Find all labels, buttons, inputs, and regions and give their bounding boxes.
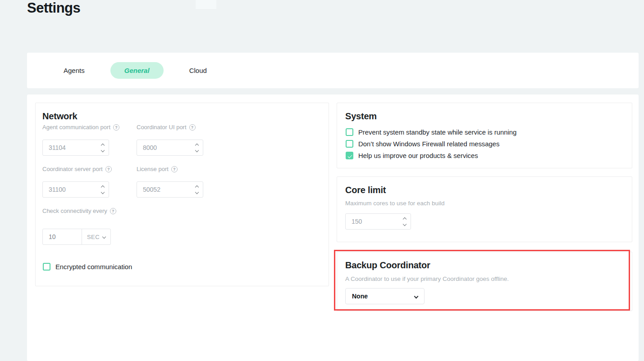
core-limit-title: Core limit [345, 185, 386, 195]
settings-content: Network Agent communication port ? Coord… [27, 95, 639, 361]
tab-cloud[interactable]: Cloud [179, 62, 217, 79]
page-title: Settings [27, 0, 80, 16]
backup-coordinator-selected-value: None [352, 293, 368, 300]
chevron-down-icon [102, 235, 106, 239]
spinner-up-icon[interactable] [101, 143, 105, 147]
spinner-up-icon[interactable] [101, 185, 105, 189]
agent-communication-port-input[interactable] [43, 144, 88, 151]
spinner-down-icon[interactable] [101, 190, 105, 194]
backup-coordinator-subtitle: A Coordinator to use if your primary Coo… [345, 275, 509, 282]
time-unit-value: SEC [87, 234, 100, 240]
firewall-messages-row: Don’t show Windows Firewall related mess… [346, 140, 499, 148]
field-label-text: Coordinator server port [42, 166, 103, 172]
core-limit-card: Core limit Maximum cores to use for each… [337, 176, 632, 242]
help-icon[interactable]: ? [110, 208, 116, 214]
time-unit-select[interactable]: SEC [82, 229, 110, 244]
agent-communication-port-label: Agent communication port ? [42, 124, 119, 131]
number-spinner [196, 144, 198, 152]
chevron-down-icon [414, 294, 419, 298]
encrypted-communication-label: Encrypted communication [55, 263, 132, 271]
firewall-messages-checkbox[interactable] [346, 140, 353, 148]
field-label-text: License port [137, 166, 169, 172]
backup-coordinator-card: Backup Coordinator A Coordinator to use … [337, 252, 632, 311]
check-connectivity-input[interactable] [43, 233, 81, 240]
help-icon[interactable]: ? [189, 124, 196, 131]
encrypted-communication-checkbox[interactable] [43, 263, 50, 271]
field-label-text: Check connectivity every [42, 208, 107, 214]
field-label-text: Coordinator UI port [137, 124, 187, 131]
network-title: Network [42, 111, 78, 122]
coordinator-ui-port-input-box [137, 140, 203, 156]
check-connectivity-input-box: SEC [42, 229, 111, 245]
coordinator-server-port-input[interactable] [43, 186, 88, 193]
help-icon[interactable]: ? [113, 124, 119, 131]
number-spinner [101, 186, 104, 194]
license-port-input[interactable] [137, 186, 182, 193]
license-port-label: License port ? [137, 166, 178, 172]
number-spinner [101, 144, 104, 152]
tab-agents[interactable]: Agents [53, 62, 95, 79]
coordinator-ui-port-label: Coordinator UI port ? [137, 124, 196, 131]
coordinator-ui-port-input[interactable] [137, 144, 182, 151]
firewall-messages-label: Don’t show Windows Firewall related mess… [358, 140, 499, 148]
field-label-text: Agent communication port [42, 124, 110, 131]
spinner-down-icon[interactable] [403, 222, 406, 226]
backup-coordinator-select[interactable]: None [345, 288, 425, 304]
improve-products-checkbox[interactable] [346, 152, 353, 159]
spinner-up-icon[interactable] [403, 217, 406, 221]
core-limit-input[interactable] [346, 218, 391, 225]
prevent-standby-checkbox[interactable] [346, 128, 353, 136]
network-card: Network Agent communication port ? Coord… [35, 103, 329, 286]
system-card: System Prevent system standby state whil… [337, 103, 632, 168]
agent-communication-port-input-box [42, 140, 109, 156]
spinner-down-icon[interactable] [101, 148, 105, 152]
spinner-down-icon[interactable] [195, 190, 199, 194]
core-limit-input-box [345, 213, 411, 230]
help-icon[interactable]: ? [171, 166, 178, 172]
coordinator-server-port-input-box [42, 181, 109, 198]
number-spinner [196, 186, 198, 194]
backup-coordinator-title: Backup Coordinator [345, 260, 430, 271]
number-spinner [403, 218, 406, 226]
spinner-up-icon[interactable] [195, 143, 199, 147]
tab-general[interactable]: General [110, 62, 164, 79]
spinner-up-icon[interactable] [195, 185, 199, 189]
top-faint-rectangle [196, 0, 216, 9]
settings-tabbar: Agents General Cloud [27, 53, 639, 88]
spinner-down-icon[interactable] [195, 148, 199, 152]
license-port-input-box [137, 181, 203, 198]
system-title: System [345, 111, 377, 122]
prevent-standby-label: Prevent system standby state while servi… [358, 129, 516, 136]
improve-products-row: Help us improve our products & services [346, 152, 478, 159]
core-limit-subtitle: Maximum cores to use for each build [345, 200, 445, 207]
improve-products-label: Help us improve our products & services [358, 152, 478, 159]
help-icon[interactable]: ? [105, 166, 112, 172]
prevent-standby-row: Prevent system standby state while servi… [346, 128, 516, 136]
check-connectivity-label: Check connectivity every ? [42, 208, 116, 214]
encrypted-communication-row: Encrypted communication [43, 263, 132, 271]
coordinator-server-port-label: Coordinator server port ? [42, 166, 112, 172]
